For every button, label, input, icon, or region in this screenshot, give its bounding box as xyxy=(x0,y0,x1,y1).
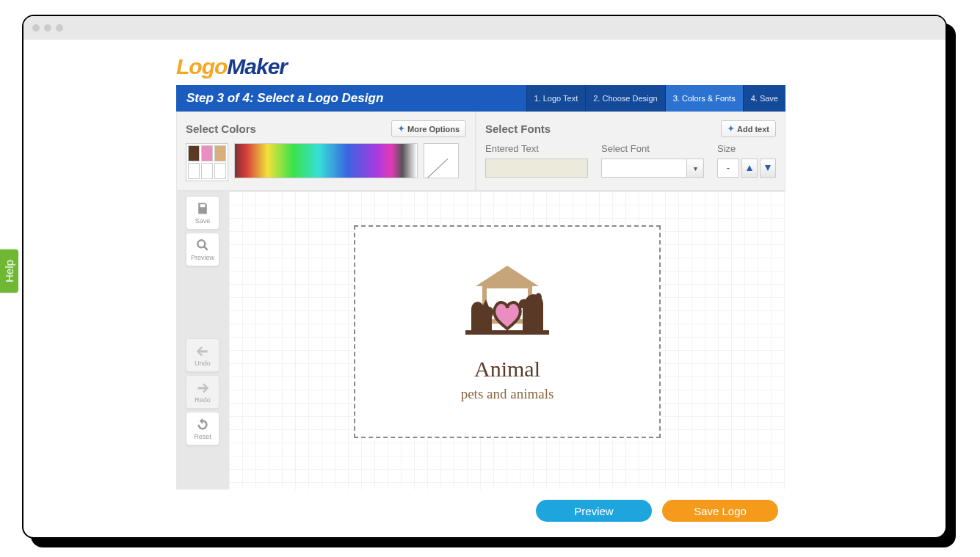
step-bar: Step 3 of 4: Select a Logo Design 1. Log… xyxy=(176,85,785,112)
font-size-up-button[interactable] xyxy=(741,159,758,178)
font-size-down-button[interactable] xyxy=(760,159,776,178)
entered-text-label: Entered Text xyxy=(485,143,588,154)
window-dot xyxy=(32,24,40,32)
step-choose-design[interactable]: 2. Choose Design xyxy=(585,85,664,112)
design-canvas[interactable]: Animal pets and animals xyxy=(229,192,785,489)
reset-tool[interactable]: Reset xyxy=(186,412,219,445)
entered-text-input[interactable] xyxy=(485,159,588,178)
browser-titlebar xyxy=(23,16,945,40)
font-select[interactable] xyxy=(601,159,704,178)
color-swatch-grid[interactable] xyxy=(186,143,228,181)
select-colors-title: Select Colors xyxy=(186,123,256,135)
window-dot xyxy=(56,24,63,32)
select-fonts-title: Select Fonts xyxy=(485,123,551,135)
more-options-button[interactable]: ✦More Options xyxy=(391,120,466,137)
step-title: Step 3 of 4: Select a Logo Design xyxy=(176,85,526,112)
preview-button[interactable]: Preview xyxy=(536,500,652,522)
preview-tool[interactable]: Preview xyxy=(186,233,219,266)
arrow-left-icon xyxy=(195,343,210,358)
brand-part2: Maker xyxy=(227,54,287,79)
action-row: Preview Save Logo xyxy=(176,489,785,537)
save-icon xyxy=(195,201,210,216)
svg-rect-2 xyxy=(465,330,549,335)
logo-graphic[interactable] xyxy=(445,261,570,349)
redo-tool[interactable]: Redo xyxy=(186,375,219,409)
font-size-value: - xyxy=(717,159,739,178)
no-color-swatch[interactable] xyxy=(424,143,459,178)
tool-column: Save Preview Undo Redo xyxy=(176,192,229,489)
step-save[interactable]: 4. Save xyxy=(743,85,785,112)
color-spectrum-picker[interactable] xyxy=(234,143,418,178)
select-font-label: Select Font xyxy=(601,143,704,154)
add-text-button[interactable]: ✦Add text xyxy=(721,120,776,137)
magnifier-icon xyxy=(195,238,210,252)
browser-frame: LogoMaker Step 3 of 4: Select a Logo Des… xyxy=(22,15,947,539)
reset-icon xyxy=(195,417,210,432)
save-logo-button[interactable]: Save Logo xyxy=(662,500,778,522)
select-colors-panel: Select Colors ✦More Options xyxy=(176,112,476,191)
logo-title-text[interactable]: Animal xyxy=(474,357,540,382)
window-dot xyxy=(44,24,51,32)
plus-icon: ✦ xyxy=(398,124,404,134)
brand-part1: Logo xyxy=(176,54,227,79)
logo-bounding-box[interactable]: Animal pets and animals xyxy=(354,225,661,438)
brand-logo: LogoMaker xyxy=(176,54,785,79)
arrow-right-icon xyxy=(195,380,210,395)
help-tab[interactable]: Help xyxy=(0,250,18,293)
step-logo-text[interactable]: 1. Logo Text xyxy=(526,85,586,112)
undo-tool[interactable]: Undo xyxy=(186,338,219,372)
select-fonts-panel: Select Fonts ✦Add text Entered Text Sele… xyxy=(476,112,785,191)
logo-subtitle-text[interactable]: pets and animals xyxy=(461,386,554,402)
save-tool[interactable]: Save xyxy=(186,196,219,230)
plus-icon: ✦ xyxy=(727,124,734,134)
step-colors-fonts[interactable]: 3. Colors & Fonts xyxy=(665,85,743,112)
size-label: Size xyxy=(717,143,776,154)
